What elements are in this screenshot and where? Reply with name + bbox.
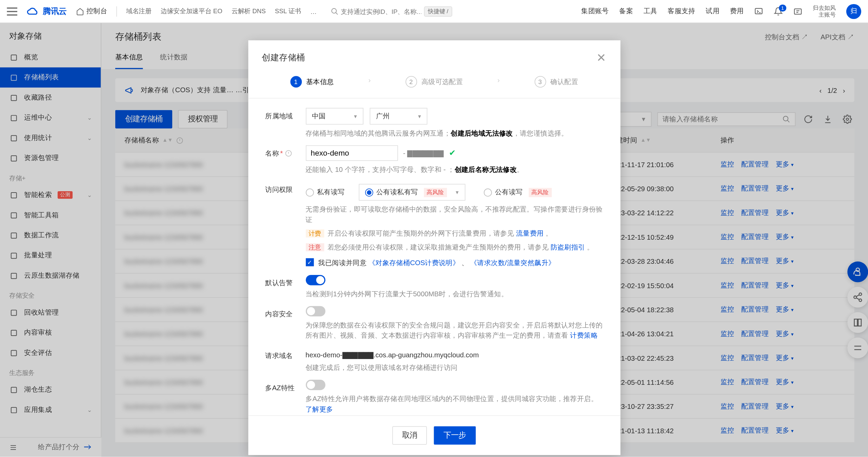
- check-icon: ✔: [449, 148, 456, 157]
- nav-dns[interactable]: 云解析 DNS: [232, 7, 266, 15]
- bucket-name-input[interactable]: [305, 145, 398, 161]
- agree-link1[interactable]: 《对象存储桶COS计费说明》: [369, 259, 459, 267]
- nav-ssl[interactable]: SSL 证书: [275, 7, 301, 15]
- logo-text: 腾讯云: [43, 6, 67, 17]
- top-group[interactable]: 集团账号: [581, 6, 609, 16]
- domain-value: hexo-demo-▇▇▇▇▇▇.cos.ap-guangzhou.myqclo…: [305, 347, 603, 359]
- checkbox-icon[interactable]: ✓: [305, 258, 314, 266]
- alarm-hint: 当检测到1分钟内外网下行流量大于5000MB时，会进行告警通知。: [305, 289, 603, 299]
- modal-title: 创建存储桶: [262, 52, 305, 63]
- svg-point-0: [332, 8, 336, 13]
- assist-icon[interactable]: [793, 7, 803, 16]
- maz-hint: 多AZ特性允许用户将数据存储在同地理区域内的不同物理位置，提供同城容灾功能，推荐…: [305, 393, 603, 414]
- label-alarm: 默认告警: [265, 275, 305, 299]
- step-2: 2高级可选配置: [405, 76, 463, 87]
- user-label: 归去如风主账号: [813, 4, 836, 18]
- global-search[interactable]: 快捷键 /: [331, 6, 452, 17]
- home-icon: [76, 7, 84, 15]
- cloud-icon: [26, 6, 39, 17]
- svg-rect-2: [794, 8, 801, 14]
- label-name: 名称*: [265, 145, 305, 175]
- agree-link2[interactable]: 《请求次数/流量突然飙升》: [470, 259, 555, 267]
- top-tools[interactable]: 工具: [644, 6, 657, 16]
- radio-private[interactable]: 私有读写: [305, 187, 345, 197]
- top-trial[interactable]: 试用: [706, 6, 719, 16]
- nav-more[interactable]: …: [310, 8, 317, 15]
- alarm-toggle[interactable]: [305, 275, 325, 285]
- console-link[interactable]: 控制台: [76, 6, 107, 16]
- content-hint: 为保障您的数据在公有读权限下的安全合规问题，建议您开启内容安全，开启后将默认对您…: [305, 320, 603, 340]
- menu-icon[interactable]: [7, 7, 17, 15]
- fee-hint: 计费开启公有读权限可能产生预期外的外网下行流量费用，请参见 流量费用 。: [305, 228, 603, 239]
- region-hint: 存储桶与相同地域的其他腾讯云服务内网互通；创建后地域无法修改，请您谨慎选择。: [305, 128, 603, 138]
- cancel-button[interactable]: 取消: [392, 426, 427, 444]
- step-1: 1基本信息: [290, 76, 334, 87]
- create-bucket-modal: 创建存储桶 ✕ 1基本信息 › 2高级可选配置 › 3确认配置 所属地域 中国 …: [248, 40, 620, 455]
- name-hint: 还能输入 10 个字符，支持小写字母、数字和 - ；创建后名称无法修改。: [305, 164, 603, 175]
- search-icon: [331, 7, 339, 15]
- top-support[interactable]: 客服支持: [668, 6, 695, 16]
- label-region: 所属地域: [265, 108, 305, 138]
- region-country-select[interactable]: 中国: [305, 108, 363, 124]
- cloud-shell-icon[interactable]: [754, 7, 763, 16]
- info-icon[interactable]: [285, 150, 292, 157]
- agree-row[interactable]: ✓ 我已阅读并同意 《对象存储桶COS计费说明》 、 《请求次数/流量突然飙升》: [305, 258, 603, 268]
- domain-hint: 创建完成后，您可以使用该域名对存储桶进行访问: [305, 362, 603, 373]
- warn-link[interactable]: 防盗刷指引: [551, 243, 585, 251]
- radio-public-read[interactable]: 公有读私有写高风险: [359, 184, 465, 200]
- name-suffix: - ▇▇▇▇▇▇▇: [403, 149, 444, 157]
- maz-link[interactable]: 了解更多: [305, 405, 333, 413]
- close-icon[interactable]: ✕: [596, 51, 606, 65]
- step-3: 3确认配置: [534, 76, 578, 87]
- label-access: 访问权限: [265, 181, 305, 268]
- maz-toggle[interactable]: [305, 380, 325, 390]
- label-domain: 请求域名: [265, 347, 305, 373]
- label-content: 内容安全: [265, 306, 305, 340]
- fee-link[interactable]: 流量费用: [516, 229, 544, 237]
- top-beian[interactable]: 备案: [619, 6, 633, 16]
- region-city-select[interactable]: 广州: [370, 108, 427, 124]
- search-input[interactable]: [341, 8, 421, 15]
- notif-badge: 1: [779, 4, 786, 11]
- top-cost[interactable]: 费用: [730, 6, 744, 16]
- next-button[interactable]: 下一步: [434, 426, 476, 444]
- content-link[interactable]: 计费策略: [570, 331, 598, 339]
- nav-eo[interactable]: 边缘安全加速平台 EO: [161, 7, 222, 15]
- content-toggle[interactable]: [305, 306, 325, 316]
- modal-overlay: 创建存储桶 ✕ 1基本信息 › 2高级可选配置 › 3确认配置 所属地域 中国 …: [0, 23, 868, 457]
- logo[interactable]: 腾讯云: [26, 6, 67, 17]
- access-hint: 无需身份验证，即可读取您存储桶中的数据，安全风险高，不推荐此配置。写操作需要进行…: [305, 204, 603, 224]
- shortcut-hint: 快捷键 /: [424, 6, 452, 17]
- radio-public-rw[interactable]: 公有读写高风险: [484, 187, 551, 197]
- top-bar: 腾讯云 控制台 域名注册 边缘安全加速平台 EO 云解析 DNS SSL 证书 …: [0, 0, 868, 23]
- avatar[interactable]: 归: [846, 4, 861, 19]
- svg-rect-1: [755, 8, 762, 14]
- label-maz: 多AZ特性: [265, 380, 305, 414]
- notification-icon[interactable]: 1: [774, 7, 783, 16]
- warn-hint: 注意若您必须使用公有读权限，建议采取措施避免产生预期外的费用，请参见 防盗刷指引…: [305, 242, 603, 253]
- nav-domain[interactable]: 域名注册: [126, 7, 152, 15]
